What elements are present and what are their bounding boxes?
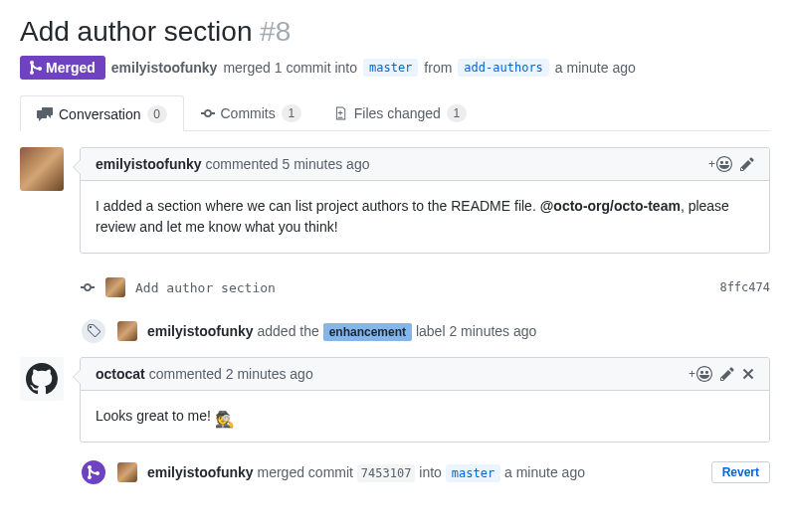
- merged-badge: [80, 458, 107, 486]
- avatar-emilyistoofunky[interactable]: [20, 147, 64, 191]
- head-branch[interactable]: add-authors: [458, 59, 548, 77]
- merge-actor[interactable]: emilyistoofunky: [147, 464, 254, 480]
- comment-header: emilyistoofunky commented 5 minutes ago …: [81, 148, 769, 181]
- comment-body: I added a section where we can list proj…: [81, 181, 769, 253]
- comment-discussion-icon: [37, 106, 53, 122]
- merge-avatar[interactable]: [117, 462, 137, 482]
- comment-text-pre: I added a section where we can list proj…: [96, 198, 540, 214]
- tab-conversation[interactable]: Conversation 0: [20, 95, 184, 131]
- commit-message[interactable]: Add author section: [135, 280, 276, 295]
- edit-comment-button[interactable]: [720, 366, 734, 382]
- pr-author-link[interactable]: emilyistoofunky: [111, 60, 218, 76]
- tag-icon: [87, 323, 100, 339]
- merge-verb: merged commit: [257, 464, 352, 480]
- comment-box: octocat commented 2 minutes ago + Looks …: [80, 357, 770, 443]
- revert-button[interactable]: Revert: [711, 461, 770, 483]
- comment-author[interactable]: octocat: [96, 366, 145, 382]
- pr-title: Add author section #8: [20, 16, 770, 48]
- comment-2: octocat commented 2 minutes ago + Looks …: [20, 357, 770, 443]
- tabnav: Conversation 0 Commits 1 Files changed 1: [20, 95, 770, 131]
- merge-sha[interactable]: 7453107: [357, 464, 416, 482]
- tab-commits-count: 1: [282, 104, 301, 122]
- comment-header: octocat commented 2 minutes ago +: [81, 358, 769, 391]
- tab-files-label: Files changed: [354, 105, 441, 121]
- pr-title-text: Add author section: [20, 16, 253, 47]
- edit-comment-button[interactable]: [740, 156, 754, 172]
- add-reaction-button[interactable]: +: [689, 366, 712, 382]
- tab-conversation-label: Conversation: [59, 106, 141, 122]
- commit-icon: [201, 105, 215, 121]
- delete-comment-button[interactable]: [742, 366, 754, 382]
- smiley-icon: [696, 366, 712, 382]
- octocat-icon: [26, 363, 58, 395]
- comment-box: emilyistoofunky commented 5 minutes ago …: [80, 147, 770, 254]
- commit-icon: [81, 279, 95, 295]
- meta-time: a minute ago: [555, 60, 636, 76]
- tag-badge: [80, 317, 107, 345]
- commit-sha[interactable]: 8ffc474: [719, 280, 770, 294]
- state-badge-merged: Merged: [20, 56, 105, 80]
- merge-event: emilyistoofunky merged commit 7453107 in…: [20, 458, 770, 486]
- event-time[interactable]: 2 minutes ago: [449, 323, 536, 339]
- pencil-icon: [740, 156, 754, 172]
- comment-author[interactable]: emilyistoofunky: [96, 156, 202, 172]
- comment-text: Looks great to me!: [96, 408, 215, 424]
- file-diff-icon: [335, 105, 348, 121]
- label-event: emilyistoofunky added the enhancement la…: [20, 305, 770, 357]
- commit-row: Add author section 8ffc474: [20, 269, 770, 305]
- x-icon: [742, 366, 754, 382]
- tab-files[interactable]: Files changed 1: [318, 95, 484, 130]
- merge-icon: [30, 60, 42, 76]
- avatar-octocat[interactable]: [20, 357, 64, 401]
- event-suffix: label: [416, 323, 446, 339]
- tab-commits[interactable]: Commits 1: [184, 95, 318, 130]
- event-verb: added the: [257, 323, 318, 339]
- merge-time[interactable]: a minute ago: [504, 464, 585, 480]
- smiley-icon: [716, 156, 732, 172]
- tab-commits-label: Commits: [221, 105, 276, 121]
- comment-verb: commented: [205, 156, 278, 172]
- base-branch[interactable]: master: [363, 59, 418, 77]
- tab-files-count: 1: [447, 104, 467, 122]
- event-actor[interactable]: emilyistoofunky: [147, 323, 254, 339]
- tab-conversation-count: 0: [147, 105, 167, 123]
- pr-meta: Merged emilyistoofunky merged 1 commit i…: [20, 56, 770, 80]
- merge-into: into: [419, 464, 442, 480]
- add-reaction-button[interactable]: +: [708, 156, 732, 172]
- label-enhancement[interactable]: enhancement: [323, 323, 412, 341]
- event-avatar[interactable]: [117, 321, 137, 341]
- merge-branch[interactable]: master: [446, 464, 500, 482]
- commit-avatar[interactable]: [105, 277, 125, 297]
- pr-number: #8: [260, 16, 291, 47]
- detective-emoji: [215, 408, 233, 426]
- team-mention[interactable]: @octo-org/octo-team: [540, 198, 681, 214]
- comment-body: Looks great to me!: [81, 391, 769, 442]
- meta-action: merged 1 commit into: [223, 60, 357, 76]
- state-text: Merged: [46, 60, 96, 76]
- comment-time[interactable]: 5 minutes ago: [283, 156, 370, 172]
- comment-verb: commented: [149, 366, 222, 382]
- comment-time[interactable]: 2 minutes ago: [226, 366, 313, 382]
- meta-from: from: [424, 60, 452, 76]
- merge-icon: [88, 464, 99, 480]
- pencil-icon: [720, 366, 734, 382]
- comment-1: emilyistoofunky commented 5 minutes ago …: [20, 147, 770, 254]
